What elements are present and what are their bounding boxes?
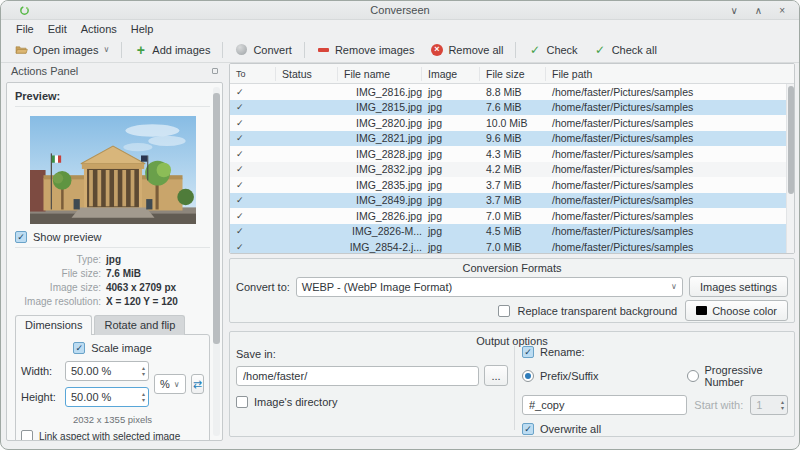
image-size-label: Image size: <box>15 282 101 293</box>
row-file-size: 3.7 MiB <box>480 179 546 191</box>
start-with-input[interactable] <box>751 399 777 411</box>
remove-images-button[interactable]: Remove images <box>309 40 422 59</box>
row-checkbox[interactable]: ✓ <box>230 118 276 128</box>
browse-button[interactable]: ... <box>484 365 508 386</box>
tab-rotate-flip[interactable]: Rotate and flip <box>94 315 185 335</box>
status-bar <box>1 440 799 449</box>
check-button[interactable]: ✓ Check <box>520 40 585 59</box>
unit-combobox[interactable]: % ∨ <box>154 374 186 394</box>
row-file-name: IMG_2854-2.j... <box>338 241 422 253</box>
row-checkbox[interactable]: ✓ <box>230 87 276 97</box>
height-spinbox[interactable]: ▴▾ <box>65 387 149 407</box>
panel-scrollbar-thumb[interactable] <box>213 93 220 344</box>
height-spin-arrows[interactable]: ▴▾ <box>142 391 148 403</box>
table-row[interactable]: ✓ IMG_2835.jpg jpg 3.7 MiB /home/faster/… <box>230 177 786 193</box>
table-row[interactable]: ✓ IMG_2820.jpg jpg 10.0 MiB /home/faster… <box>230 115 786 131</box>
menu-help[interactable]: Help <box>124 22 161 36</box>
col-file-size[interactable]: File size <box>480 67 546 81</box>
row-checkbox[interactable]: ✓ <box>230 242 276 252</box>
pattern-input[interactable] <box>522 395 687 415</box>
images-settings-button[interactable]: Images settings <box>689 276 788 297</box>
add-images-button[interactable]: + Add images <box>126 40 218 59</box>
toolbar-separator <box>121 42 122 58</box>
convert-button[interactable]: Convert <box>227 40 300 59</box>
table-row[interactable]: ✓ IMG_2849.jpg jpg 3.7 MiB /home/faster/… <box>230 193 786 209</box>
col-to-convert[interactable]: To convert <box>230 67 276 81</box>
choose-color-label: Choose color <box>712 305 777 317</box>
table-row[interactable]: ✓ IMG_2828.jpg jpg 4.3 MiB /home/faster/… <box>230 146 786 162</box>
table-row[interactable]: ✓ IMG_2832.jpg jpg 4.2 MiB /home/faster/… <box>230 162 786 178</box>
rename-label: Rename: <box>540 346 585 358</box>
titlebar[interactable]: Converseen ∨ ∧ × <box>1 1 799 20</box>
row-checkbox[interactable]: ✓ <box>230 195 276 205</box>
toolbar-separator <box>222 42 223 58</box>
image-info: Type: jpg File size: 7.6 MiB Image size:… <box>15 254 210 307</box>
rename-checkbox[interactable]: ✓ <box>522 346 534 358</box>
menu-file[interactable]: File <box>9 22 41 36</box>
table-row[interactable]: ✓ IMG_2854-2.j... jpg 7.0 MiB /home/fast… <box>230 239 786 254</box>
row-checkbox[interactable]: ✓ <box>230 102 276 112</box>
open-images-dropdown-icon[interactable]: ∨ <box>103 45 109 54</box>
choose-color-button[interactable]: Choose color <box>685 300 788 321</box>
table-row[interactable]: ✓ IMG_2815.jpg jpg 7.6 MiB /home/faster/… <box>230 100 786 116</box>
minimize-button[interactable]: ∨ <box>731 6 738 16</box>
row-file-name: IMG_2826.jpg <box>338 210 422 222</box>
table-row[interactable]: ✓ IMG_2821.jpg jpg 9.6 MiB /home/faster/… <box>230 131 786 147</box>
start-with-label: Start with: <box>694 399 743 411</box>
width-spinbox[interactable]: ▴▾ <box>65 361 149 381</box>
width-input[interactable] <box>66 365 126 377</box>
height-label: Height: <box>21 391 61 403</box>
close-button[interactable]: × <box>779 6 785 16</box>
remove-all-button[interactable]: × Remove all <box>422 40 511 59</box>
table-scrollbar-thumb[interactable] <box>788 86 794 194</box>
start-with-spin-arrows[interactable]: ▴▾ <box>781 399 787 411</box>
menu-edit[interactable]: Edit <box>41 22 74 36</box>
table-row[interactable]: ✓ IMG_2826-M... jpg 4.5 MiB /home/faster… <box>230 224 786 240</box>
open-images-button[interactable]: Open images ∨ <box>7 40 117 59</box>
row-checkbox[interactable]: ✓ <box>230 226 276 236</box>
show-preview-checkbox[interactable]: ✓ <box>15 231 27 243</box>
overwrite-all-label: Overwrite all <box>540 423 601 435</box>
row-file-path: /home/faster/Pictures/samples <box>546 241 786 253</box>
convert-to-label: Convert to: <box>236 281 290 293</box>
images-directory-checkbox[interactable] <box>236 396 248 408</box>
height-input[interactable] <box>66 391 126 403</box>
row-checkbox[interactable]: ✓ <box>230 149 276 159</box>
row-checkbox[interactable]: ✓ <box>230 164 276 174</box>
format-combobox[interactable]: WEBP - (WebP Image Format) ∨ <box>296 277 683 297</box>
row-file-size: 4.3 MiB <box>480 148 546 160</box>
swap-dimensions-button[interactable]: ⇄ <box>191 374 204 394</box>
maximize-button[interactable]: ∧ <box>755 6 762 16</box>
progressive-number-radio[interactable] <box>687 370 699 382</box>
prefix-suffix-radio[interactable] <box>522 370 534 382</box>
col-image-type[interactable]: Image type <box>422 67 480 81</box>
col-status[interactable]: Status <box>276 67 338 81</box>
row-image-type: jpg <box>422 86 480 98</box>
table-scrollbar[interactable] <box>786 84 794 253</box>
actions-panel-header[interactable]: Actions Panel <box>5 65 224 81</box>
start-with-spinbox[interactable]: ▴▾ <box>750 395 788 415</box>
width-spin-arrows[interactable]: ▴▾ <box>142 365 148 377</box>
panel-scrollbar[interactable] <box>213 87 220 436</box>
color-swatch <box>696 306 707 315</box>
scale-image-checkbox[interactable]: ✓ <box>73 342 85 354</box>
menu-actions[interactable]: Actions <box>74 22 124 36</box>
dock-float-icon[interactable] <box>212 68 218 74</box>
replace-bg-checkbox[interactable] <box>498 305 510 317</box>
table-row[interactable]: ✓ IMG_2816.jpg jpg 8.8 MiB /home/faster/… <box>230 84 786 100</box>
row-checkbox[interactable]: ✓ <box>230 211 276 221</box>
col-file-path[interactable]: File path <box>546 67 794 81</box>
overwrite-all-row: ✓ Overwrite all <box>522 423 788 435</box>
remove-images-label: Remove images <box>335 44 414 56</box>
table-row[interactable]: ✓ IMG_2826.jpg jpg 7.0 MiB /home/faster/… <box>230 208 786 224</box>
overwrite-all-checkbox[interactable]: ✓ <box>522 423 534 435</box>
row-checkbox[interactable]: ✓ <box>230 180 276 190</box>
tab-dimensions[interactable]: Dimensions <box>15 315 92 335</box>
row-file-size: 9.6 MiB <box>480 132 546 144</box>
row-checkbox[interactable]: ✓ <box>230 133 276 143</box>
col-file-name[interactable]: File name <box>338 67 422 81</box>
row-file-size: 7.0 MiB <box>480 241 546 253</box>
save-path-input[interactable] <box>236 366 479 386</box>
row-image-type: jpg <box>422 132 480 144</box>
check-all-button[interactable]: ✓ Check all <box>586 40 665 59</box>
